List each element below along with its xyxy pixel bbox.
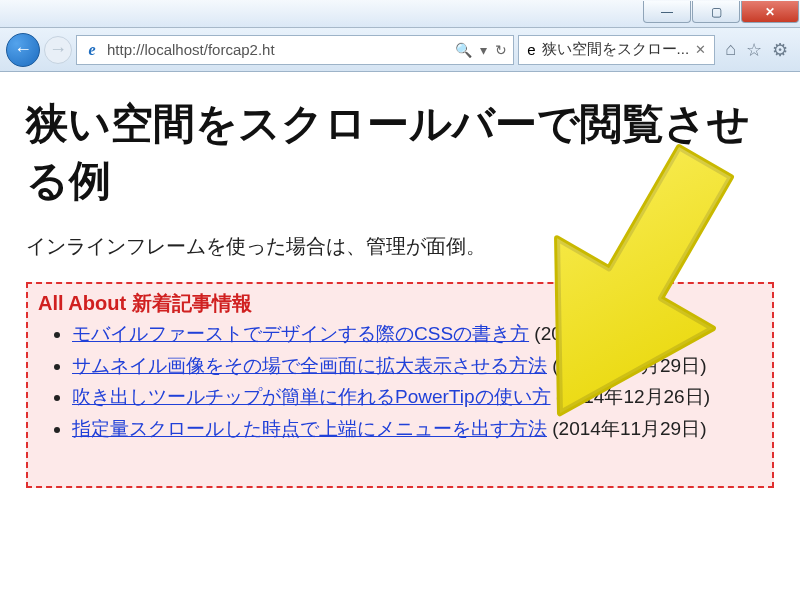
- ie-icon: e: [527, 41, 535, 58]
- article-date: (2014年11月29日): [552, 418, 706, 439]
- tab-close-icon[interactable]: ✕: [695, 42, 706, 57]
- browser-tools: ⌂ ☆ ⚙: [719, 39, 794, 61]
- browser-tab[interactable]: e 狭い空間をスクロー... ✕: [518, 35, 715, 65]
- minimize-button[interactable]: —: [643, 1, 691, 23]
- close-button[interactable]: ✕: [741, 1, 799, 23]
- intro-text: インラインフレームを使った場合は、管理が面倒。: [26, 233, 774, 260]
- address-bar[interactable]: e http://localhost/forcap2.ht 🔍 ▾ ↻: [76, 35, 514, 65]
- ie-icon: e: [83, 41, 101, 59]
- maximize-button[interactable]: ▢: [692, 1, 740, 23]
- gear-icon[interactable]: ⚙: [772, 39, 788, 61]
- article-link[interactable]: モバイルファーストでデザインする際のCSSの書き方: [72, 323, 529, 344]
- article-date: (2015年01月29日): [552, 355, 706, 376]
- article-link[interactable]: サムネイル画像をその場で全画面に拡大表示させる方法: [72, 355, 547, 376]
- chevron-down-icon[interactable]: ▾: [480, 42, 487, 58]
- article-link[interactable]: 吹き出しツールチップが簡単に作れるPowerTipの使い方: [72, 386, 551, 407]
- window-titlebar: — ▢ ✕: [0, 0, 800, 28]
- back-button[interactable]: ←: [6, 33, 40, 67]
- refresh-icon[interactable]: ↻: [495, 42, 507, 58]
- page-content: 狭い空間をスクロールバーで閲覧させる例 インラインフレームを使った場合は、管理が…: [0, 72, 800, 506]
- home-icon[interactable]: ⌂: [725, 39, 736, 61]
- list-item: モバイルファーストでデザインする際のCSSの書き方 (2015年02月20日): [72, 319, 768, 348]
- article-date: (2015年02月20日): [534, 323, 688, 344]
- browser-toolbar: ← → e http://localhost/forcap2.ht 🔍 ▾ ↻ …: [0, 28, 800, 72]
- search-icon[interactable]: 🔍: [455, 42, 472, 58]
- address-text: http://localhost/forcap2.ht: [107, 41, 449, 58]
- list-item: 吹き出しツールチップが簡単に作れるPowerTipの使い方 (2014年12月2…: [72, 382, 768, 411]
- page-title: 狭い空間をスクロールバーで閲覧させる例: [26, 96, 774, 209]
- list-item: サムネイル画像をその場で全画面に拡大表示させる方法 (2015年01月29日): [72, 351, 768, 380]
- favorites-icon[interactable]: ☆: [746, 39, 762, 61]
- news-heading: All About 新着記事情報: [38, 290, 768, 317]
- news-list: モバイルファーストでデザインする際のCSSの書き方 (2015年02月20日) …: [38, 319, 768, 443]
- article-link[interactable]: 指定量スクロールした時点で上端にメニューを出す方法: [72, 418, 547, 439]
- list-item: 指定量スクロールした時点で上端にメニューを出す方法 (2014年11月29日): [72, 414, 768, 443]
- arrow-right-icon: →: [49, 39, 67, 60]
- forward-button[interactable]: →: [44, 36, 72, 64]
- article-date: (2014年12月26日): [556, 386, 710, 407]
- arrow-left-icon: ←: [14, 39, 32, 60]
- tab-title: 狭い空間をスクロー...: [542, 40, 690, 59]
- news-scroll-box[interactable]: All About 新着記事情報 モバイルファーストでデザインする際のCSSの書…: [26, 282, 774, 488]
